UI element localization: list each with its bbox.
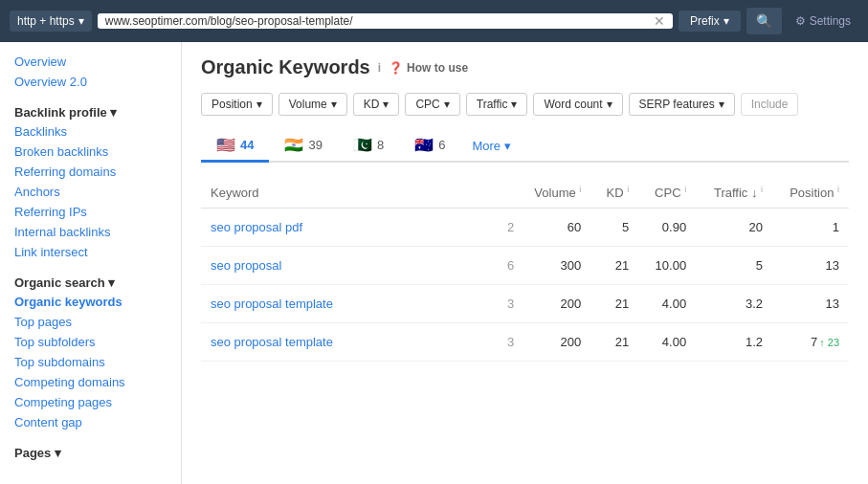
- url-text: www.seoptimer.com/blog/seo-proposal-temp…: [105, 14, 648, 28]
- sidebar-item-internal-backlinks[interactable]: Internal backlinks: [0, 222, 181, 242]
- sidebar-item-top-subfolders[interactable]: Top subfolders: [0, 332, 181, 352]
- col2-cell: 3: [485, 285, 523, 323]
- sidebar-item-broken-backlinks[interactable]: Broken backlinks: [0, 142, 181, 162]
- search-icon: 🔍: [756, 13, 772, 29]
- table-row: seo proposal template3200214.003.213: [201, 285, 849, 323]
- cpc-cell: 0.90: [638, 209, 696, 247]
- traffic-cell: 5: [696, 247, 772, 285]
- filter-cpc-arrow: ▾: [444, 98, 450, 111]
- protocol-select[interactable]: http + https ▾: [10, 11, 92, 32]
- traffic-cell: 20: [696, 209, 772, 247]
- sidebar-item-backlinks[interactable]: Backlinks: [0, 121, 181, 142]
- filter-word-count-arrow: ▾: [607, 98, 612, 111]
- sidebar-section-backlink[interactable]: Backlink profile ▾: [0, 99, 181, 121]
- us-count: 44: [240, 138, 254, 152]
- page-title-row: Organic Keywords i ❓ How to use: [201, 56, 849, 78]
- sidebar-item-referring-ips[interactable]: Referring IPs: [0, 202, 181, 222]
- prefix-select[interactable]: Prefix ▾: [679, 11, 741, 32]
- sidebar-item-overview[interactable]: Overview: [0, 52, 181, 72]
- sidebar-item-link-intersect[interactable]: Link intersect: [0, 242, 181, 262]
- filter-serp-arrow: ▾: [719, 98, 724, 111]
- protocol-arrow: ▾: [78, 14, 84, 28]
- in-flag: 🇮🇳: [284, 136, 303, 154]
- col2-cell: 2: [485, 209, 523, 247]
- sidebar-item-competing-pages[interactable]: Competing pages: [0, 392, 181, 412]
- question-icon: ❓: [389, 61, 403, 75]
- country-tabs: 🇺🇸 44 🇮🇳 39 🇵🇰 8 🇦🇺 6 More ▾: [201, 130, 849, 163]
- filter-traffic[interactable]: Traffic ▾: [466, 93, 528, 116]
- more-arrow: ▾: [504, 139, 511, 153]
- url-clear-icon[interactable]: ✕: [654, 13, 665, 29]
- position-cell: 1: [772, 209, 849, 247]
- keyword-cell: seo proposal template: [201, 323, 485, 362]
- filter-cpc[interactable]: CPC ▾: [405, 93, 459, 116]
- keyword-link[interactable]: seo proposal pdf: [211, 220, 302, 234]
- volume-cell: 300: [523, 247, 590, 285]
- col-cpc: CPC i: [638, 177, 696, 209]
- filter-volume[interactable]: Volume ▾: [278, 93, 347, 116]
- main-content: Organic Keywords i ❓ How to use Position…: [182, 42, 868, 484]
- pk-count: 8: [377, 138, 384, 152]
- position-cell: 7 ↑ 23: [772, 323, 849, 362]
- keyword-link[interactable]: seo proposal template: [211, 335, 333, 349]
- country-tab-in[interactable]: 🇮🇳 39: [269, 130, 337, 163]
- settings-button[interactable]: ⚙ Settings: [788, 11, 858, 32]
- col-volume: Volume i: [523, 177, 590, 209]
- keywords-table: Keyword Volume i KD i CPC i Traffic ↓ i …: [201, 177, 849, 362]
- how-to-use-label: How to use: [407, 61, 468, 75]
- filter-word-count[interactable]: Word count ▾: [533, 93, 622, 116]
- cpc-cell: 10.00: [638, 247, 696, 285]
- filter-cpc-label: CPC: [415, 98, 439, 111]
- pk-flag: 🇵🇰: [353, 136, 372, 154]
- col-position: Position i: [772, 177, 849, 209]
- kd-cell: 21: [590, 285, 638, 323]
- sidebar-item-organic-keywords[interactable]: Organic keywords: [0, 292, 181, 312]
- filter-traffic-arrow: ▾: [511, 98, 517, 111]
- traffic-cell: 1.2: [696, 323, 772, 362]
- country-tab-us[interactable]: 🇺🇸 44: [201, 130, 269, 163]
- more-label: More: [472, 139, 501, 153]
- sidebar-section-organic[interactable]: Organic search ▾: [0, 270, 181, 292]
- filter-volume-arrow: ▾: [331, 98, 337, 111]
- sidebar: Overview Overview 2.0 Backlink profile ▾…: [0, 42, 182, 484]
- position-cell: 13: [772, 285, 849, 323]
- keyword-link[interactable]: seo proposal template: [211, 297, 333, 311]
- sidebar-item-top-pages[interactable]: Top pages: [0, 312, 181, 332]
- filter-position[interactable]: Position ▾: [201, 93, 273, 116]
- table-row: seo proposal pdf26050.90201: [201, 209, 849, 247]
- filter-position-arrow: ▾: [256, 98, 262, 111]
- col-kd: KD i: [590, 177, 638, 209]
- country-tab-au[interactable]: 🇦🇺 6: [399, 130, 460, 163]
- sidebar-item-anchors[interactable]: Anchors: [0, 182, 181, 202]
- page-title: Organic Keywords: [201, 56, 370, 78]
- filter-kd[interactable]: KD ▾: [353, 93, 400, 116]
- cpc-cell: 4.00: [638, 323, 696, 362]
- include-button[interactable]: Include: [741, 93, 799, 116]
- how-to-use-link[interactable]: ❓ How to use: [389, 61, 468, 75]
- search-button[interactable]: 🔍: [746, 8, 782, 34]
- us-flag: 🇺🇸: [216, 136, 235, 154]
- col-empty: [485, 177, 523, 209]
- protocol-label: http + https: [17, 14, 75, 28]
- col2-cell: 3: [485, 323, 523, 362]
- sidebar-item-top-subdomains[interactable]: Top subdomains: [0, 352, 181, 372]
- position-cell: 13: [772, 247, 849, 285]
- kd-cell: 21: [590, 323, 638, 362]
- table-row: seo proposal63002110.00513: [201, 247, 849, 285]
- sidebar-item-competing-domains[interactable]: Competing domains: [0, 372, 181, 392]
- more-button[interactable]: More ▾: [460, 133, 523, 159]
- au-flag: 🇦🇺: [414, 136, 434, 154]
- kd-cell: 5: [590, 209, 638, 247]
- sidebar-item-overview2[interactable]: Overview 2.0: [0, 72, 181, 92]
- title-info-icon[interactable]: i: [378, 61, 381, 75]
- sidebar-item-referring-domains[interactable]: Referring domains: [0, 162, 181, 182]
- keyword-link[interactable]: seo proposal: [211, 258, 281, 273]
- url-bar-wrapper: www.seoptimer.com/blog/seo-proposal-temp…: [98, 13, 673, 29]
- filter-serp-features[interactable]: SERP features ▾: [629, 93, 735, 116]
- country-tab-pk[interactable]: 🇵🇰 8: [338, 130, 399, 163]
- cpc-cell: 4.00: [638, 285, 696, 323]
- au-count: 6: [438, 138, 445, 152]
- sidebar-item-content-gap[interactable]: Content gap: [0, 412, 181, 432]
- filter-kd-arrow: ▾: [383, 98, 389, 111]
- sidebar-section-pages[interactable]: Pages ▾: [0, 440, 181, 462]
